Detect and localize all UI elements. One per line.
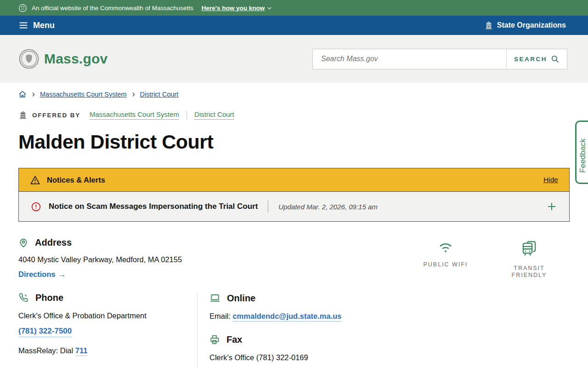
breadcrumb: Massachusetts Court System District Cour… (18, 90, 570, 98)
fax-block: Fax Clerk's Office (781) 322-0169 (209, 334, 570, 362)
online-fax-column: Online Email: cmmaldendc@jud.state.ma.us… (198, 293, 570, 368)
offered-by-label: OFFERED BY (32, 112, 80, 119)
address-block: Address 4040 Mystic Valley Parkway, Medf… (18, 237, 182, 279)
state-organizations-button[interactable]: State Organizations (484, 21, 566, 30)
search-input[interactable] (313, 49, 506, 69)
directions-link[interactable]: Directions → (18, 270, 66, 279)
official-banner-text: An official website of the Commonwealth … (32, 5, 193, 12)
page: An official website of the Commonwealth … (0, 0, 588, 368)
breadcrumb-link-district-court[interactable]: District Court (140, 91, 179, 98)
email-label: Email: (209, 312, 232, 320)
notices-alerts-panel: Notices & Alerts Hide Notice on Scam Mes… (18, 168, 570, 222)
main-navbar: Menu State Organizations (0, 16, 588, 35)
email-link[interactable]: cmmaldendc@jud.state.ma.us (232, 312, 341, 322)
expand-notice-button[interactable] (546, 201, 557, 212)
official-banner: An official website of the Commonwealth … (0, 0, 588, 16)
phone-office-text: Clerk's Office & Probation Department (18, 311, 183, 320)
transit-icon (520, 240, 538, 259)
massgov-wordmark: Mass.gov (44, 51, 107, 67)
divider (268, 201, 268, 213)
notice-updated-text: Updated Mar. 2, 2026, 09:15 am (278, 203, 377, 211)
capitol-icon (484, 21, 493, 30)
feedback-tab[interactable]: Feedback (575, 121, 588, 184)
address-text: 4040 Mystic Valley Parkway, Medford, MA … (18, 255, 182, 264)
offered-by-link-district-court[interactable]: District Court (194, 110, 234, 120)
fax-icon (209, 334, 220, 345)
heres-how-you-know-toggle[interactable]: Here's how you know (202, 5, 273, 12)
massrelay-prefix: MassRelay: Dial (18, 346, 75, 355)
menu-button[interactable]: Menu (18, 20, 55, 30)
search-icon (551, 55, 560, 63)
massgov-seal-icon (18, 48, 40, 69)
massgov-logo[interactable]: Mass.gov (18, 48, 107, 69)
phone-heading: Phone (35, 293, 63, 303)
site-search: SEARCH (312, 49, 567, 69)
online-heading: Online (227, 293, 255, 304)
site-header: Mass.gov SEARCH (0, 35, 588, 83)
hide-alerts-link[interactable]: Hide (543, 176, 558, 184)
phone-column: Phone Clerk's Office & Probation Departm… (18, 293, 198, 368)
massrelay-711-link[interactable]: 711 (75, 346, 88, 356)
home-icon[interactable] (18, 90, 27, 98)
laptop-icon (209, 293, 220, 304)
amenity-label: PUBLIC WIFI (423, 261, 468, 268)
amenity-label: TRANSIT FRIENDLY (503, 265, 555, 279)
capitol-icon (18, 110, 28, 120)
amenities: PUBLIC WIFI TRANSIT FRIENDLY (420, 240, 555, 279)
state-seal-icon (18, 4, 27, 12)
warning-icon (30, 175, 40, 185)
contact-section: Phone Clerk's Office & Probation Departm… (18, 293, 570, 368)
divider (187, 111, 187, 119)
notice-title-link[interactable]: Notice on Scam Messages Impersonating th… (49, 202, 258, 211)
state-organizations-label: State Organizations (497, 21, 566, 29)
alert-circle-icon (31, 201, 41, 212)
fax-heading: Fax (226, 334, 242, 345)
address-section: Address 4040 Mystic Valley Parkway, Medf… (18, 237, 570, 279)
alert-notice-row: Notice on Scam Messages Impersonating th… (19, 191, 569, 221)
address-heading: Address (35, 237, 72, 248)
directions-label: Directions (18, 270, 56, 279)
map-pin-icon (18, 238, 28, 248)
phone-number-link[interactable]: (781) 322-7500 (18, 327, 72, 337)
hamburger-icon (18, 20, 28, 30)
feedback-label: Feedback (578, 138, 588, 173)
breadcrumb-link-court-system[interactable]: Massachusetts Court System (40, 91, 127, 98)
wifi-icon (437, 240, 454, 255)
fax-text: Clerk's Office (781) 322-0169 (209, 353, 570, 362)
offered-by-link-court-system[interactable]: Massachusetts Court System (90, 110, 179, 120)
chevron-down-icon (266, 5, 272, 11)
phone-icon (18, 293, 29, 303)
page-title: Malden District Court (18, 131, 570, 153)
alerts-title: Notices & Alerts (47, 176, 105, 184)
heres-how-you-know-label: Here's how you know (202, 5, 265, 12)
search-button[interactable]: SEARCH (506, 49, 567, 69)
offered-by-row: OFFERED BY Massachusetts Court System Di… (18, 110, 570, 120)
chevron-right-icon (130, 92, 136, 98)
right-arrow-icon: → (58, 270, 66, 279)
alerts-header: Notices & Alerts Hide (19, 168, 569, 191)
amenity-transit-friendly: TRANSIT FRIENDLY (503, 240, 555, 279)
main-content: Massachusetts Court System District Cour… (0, 90, 588, 368)
massrelay-line: MassRelay: Dial 711 (18, 346, 183, 355)
chevron-right-icon (30, 92, 36, 98)
email-line: Email: cmmaldendc@jud.state.ma.us (209, 312, 570, 321)
search-button-label: SEARCH (514, 56, 547, 63)
plus-icon (546, 201, 557, 212)
amenity-public-wifi: PUBLIC WIFI (420, 240, 471, 279)
menu-label: Menu (33, 21, 55, 30)
